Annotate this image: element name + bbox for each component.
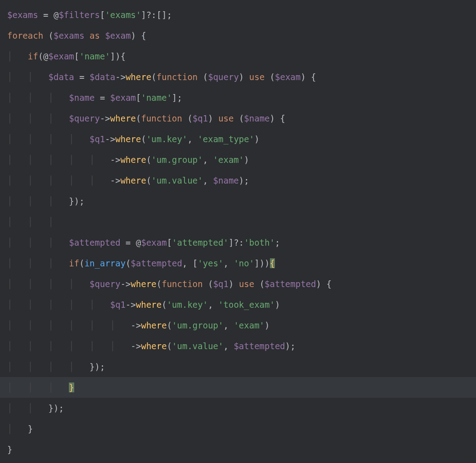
brace: } [69,196,74,206]
variable: $data [90,72,115,82]
method-where: where [121,155,146,165]
empty-array: [] [157,10,167,20]
keyword-use: use [218,113,234,123]
code-line-current[interactable]: │ │ │ } [0,377,476,398]
method-where: where [141,320,166,330]
paren: ( [141,134,146,144]
paren: ( [239,113,244,123]
code-line[interactable]: │ │ $data = $data->where(function ($quer… [7,67,476,87]
space [136,31,141,40]
arrow: -> [110,155,121,165]
variable: $exams [7,10,38,20]
code-line[interactable]: foreach ($exams as $exam) { [7,25,476,46]
code-line[interactable]: │ │ │ │ │ ->where('um.group', 'exam') [7,149,476,170]
paren: ( [167,320,172,330]
variable: $name [69,93,94,103]
variable: $attempted [234,341,285,351]
string: 'um.value' [151,175,202,185]
code-line[interactable]: │ │ │ │ $query->where(function ($q1) use… [7,274,476,294]
paren: ) [270,113,275,123]
space [100,31,105,40]
brace-matched: } [69,382,74,392]
paren: ) [285,341,290,351]
brace: } [28,424,33,434]
variable: $exam [275,72,301,82]
variable: $name [213,175,239,185]
bracket: [ [167,238,172,247]
space [321,279,326,289]
string: 'took_exam' [218,300,275,310]
variable: $query [208,72,239,82]
paren: ( [270,72,275,82]
code-line[interactable]: │ } [7,418,476,439]
paren: ( [79,258,84,268]
paren: ) [316,279,321,289]
paren: ) [301,72,305,82]
code-line[interactable]: │ │ │ │ │ │ ->where('um.group', 'exam') [7,315,476,336]
keyword-function: function [157,72,198,82]
variable: $exam [49,51,74,61]
variable: $exam [141,238,166,247]
keyword-foreach: foreach [7,31,43,40]
indent-guide: │ │ │ │ [7,362,90,372]
variable: $q1 [110,300,126,310]
code-line[interactable]: │ │ │ $attempted = @$exam['attempted']?:… [7,232,476,253]
code-line[interactable]: │ │ │ │ $q1->where('um.key', 'exam_type'… [7,129,476,149]
paren: ) [208,113,213,123]
keyword-use: use [239,279,254,289]
brace: } [90,362,94,372]
code-line[interactable]: │ │ │ │ │ $q1->where('um.key', 'took_exa… [7,294,476,315]
paren: ( [146,175,151,185]
method-where: where [141,341,166,351]
variable: $query [90,279,121,289]
paren: ( [203,72,208,82]
code-line[interactable]: │ │ }); [7,398,476,418]
space [182,113,187,123]
bracket: ] [254,258,259,268]
code-line[interactable]: $exams = @$filters['exams']?:[]; [7,4,476,25]
paren: ) [229,279,234,289]
semicolon: ; [79,196,84,206]
indent-guide: │ │ [7,72,49,82]
code-line[interactable]: │ │ │ $name = $exam['name']; [7,87,476,108]
code-line[interactable]: │ │ │ }); [7,191,476,211]
ternary: ?: [234,238,244,247]
comma: , [203,155,213,165]
code-line-empty[interactable]: │ │ │ [7,211,476,232]
keyword-if: if [69,258,79,268]
paren: ( [167,341,172,351]
string: 'exams' [105,10,141,20]
code-line[interactable]: │ │ │ if(in_array($attempted, ['yes', 'n… [7,253,476,274]
space [254,279,259,289]
code-line[interactable]: │ │ │ │ │ ->where('um.value', $name); [7,170,476,191]
keyword-use: use [249,72,265,82]
semicolon: ; [290,341,295,351]
paren: ( [126,258,130,268]
paren: ) [74,196,79,206]
paren: ) [265,320,269,330]
code-editor[interactable]: $exams = @$filters['exams']?:[]; foreach… [7,4,476,460]
operator: = [121,238,136,247]
comma: , [182,258,193,268]
at-suppress: @ [43,51,48,61]
space [203,279,208,289]
bracket: ] [172,93,177,103]
indent-guide: │ │ │ │ [7,134,90,144]
operator: = [74,72,90,82]
brace: { [121,51,126,61]
indent-guide: │ [7,51,28,61]
indent-guide: │ │ │ [7,196,69,206]
arrow: -> [131,320,141,330]
variable: $q1 [90,134,105,144]
code-line[interactable]: │ │ │ $query->where(function ($q1) use (… [7,108,476,129]
string: 'attempted' [172,238,229,247]
paren: ( [151,72,156,82]
code-line[interactable]: } [7,439,476,460]
paren: ( [136,113,141,123]
code-line[interactable]: │ if(@$exam['name']){ [7,46,476,67]
brace: { [326,279,331,289]
code-line[interactable]: │ │ │ │ │ │ ->where('um.value', $attempt… [7,336,476,356]
string: 'name' [141,93,172,103]
comma: , [187,134,198,144]
code-line[interactable]: │ │ │ │ }); [7,356,476,377]
